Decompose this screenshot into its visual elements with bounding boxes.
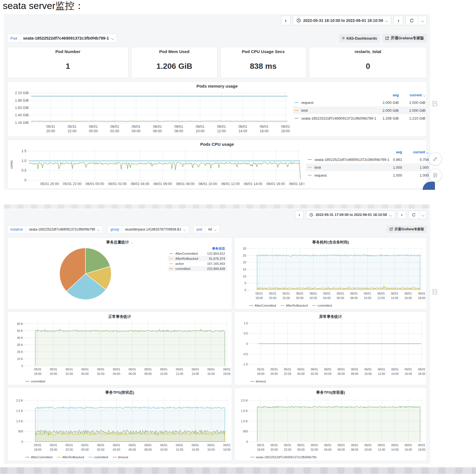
- memory-legend-table: avgcurrentrequest2.000 GiB2.000 GiBlimit…: [293, 92, 427, 122]
- svg-text:06/01: 06/01: [364, 368, 372, 371]
- svg-text:0: 0: [24, 178, 26, 182]
- legend-row[interactable]: seata-18522522df7c469091372c3fb0f4b799-1…: [306, 156, 430, 163]
- watermark-letter: B: [432, 99, 438, 108]
- svg-text:18:00: 18:00: [34, 372, 41, 375]
- svg-text:06/01: 06/01: [405, 368, 412, 371]
- legend-row[interactable]: seata-18522522df7c469091372c3fb0f4b799-1…: [293, 114, 427, 122]
- svg-text:08:00: 08:00: [174, 129, 183, 133]
- legend-row[interactable]: request2.000 GiB2.000 GiB: [293, 99, 427, 106]
- chevron-down-icon: [131, 241, 133, 243]
- legend-row[interactable]: committed222,899,828: [168, 266, 227, 271]
- legend-item[interactable]: AfterCommitted: [249, 304, 276, 307]
- document-float-button[interactable]: [429, 169, 442, 182]
- legend-row[interactable]: AfterCommitted122,859,812: [168, 251, 227, 256]
- legend-item[interactable]: AfterRollbacked: [57, 455, 84, 459]
- time-range-button[interactable]: 2022-05-31 18:10:00 to 2022-06-01 18:10:…: [293, 16, 391, 25]
- time-back-button[interactable]: ‹: [281, 16, 291, 25]
- panel-title[interactable]: 事务总量统计: [8, 238, 232, 245]
- legend-item[interactable]: seata-18522522df7c469091372c3fb0f4b799: [250, 455, 316, 459]
- svg-text:10: 10: [243, 275, 246, 278]
- refresh-button[interactable]: [409, 211, 419, 219]
- refresh-icon: [409, 18, 414, 23]
- refresh-interval-dropdown[interactable]: [418, 16, 427, 25]
- svg-text:02:00: 02:00: [97, 372, 104, 375]
- panel-title[interactable]: 事务TPS(按状态): [8, 388, 232, 395]
- panel-title[interactable]: 正常事务统计: [8, 312, 232, 319]
- abnormal-transactions-chart: 1.00.50-0.5-1.005/3118:0005/3120:0005/31…: [236, 319, 426, 378]
- svg-text:06/01: 06/01: [297, 368, 305, 371]
- svg-text:20:00: 20:00: [46, 129, 55, 133]
- legend-row[interactable]: request1.0001.000: [306, 171, 430, 179]
- tps-by-container-chart: 2.0 K1.5 K1.0 K500005/3118:0005/3120:000…: [236, 395, 426, 454]
- panel-title[interactable]: 异常事务统计: [235, 312, 427, 319]
- stat-title: Pod CPU Usage Secs: [221, 47, 306, 54]
- variable-select[interactable]: seata-18522522df7c469091372c3fb0f4b799: [26, 225, 103, 233]
- panel-title[interactable]: 事务TPS(按容器): [235, 388, 427, 395]
- svg-text:-1.0: -1.0: [243, 363, 248, 366]
- svg-text:10:00: 10:00: [364, 448, 372, 451]
- svg-text:10:00: 10:00: [364, 372, 372, 375]
- time-range-label: 2022-05-31 18:10:00 to 2022-06-01 18:10:…: [303, 18, 383, 23]
- legend-row[interactable]: limit1.0001.000: [306, 163, 430, 171]
- svg-text:06/01: 06/01: [418, 443, 425, 447]
- panel-title[interactable]: Pods memory usage: [8, 82, 427, 88]
- svg-text:1.40 GiB: 1.40 GiB: [15, 113, 29, 117]
- legend-sort-avg[interactable]: avg: [375, 150, 402, 154]
- cpu-legend-table: avgcurrentseata-18522522df7c469091372c3f…: [306, 149, 430, 179]
- svg-text:05/31: 05/31: [50, 443, 57, 447]
- variable-select[interactable]: wuxinbinyace.1419633767709936.BJ: [122, 225, 189, 233]
- svg-text:30 K: 30 K: [17, 343, 23, 347]
- legend-row[interactable]: limit2.000 GiB2.000 GiB: [293, 106, 427, 114]
- svg-text:16:00: 16:00: [207, 372, 215, 375]
- legend-item[interactable]: timeout: [250, 380, 266, 383]
- legend-item[interactable]: committed: [312, 304, 332, 307]
- legend-header[interactable]: 事务状态: [199, 247, 225, 251]
- pod-variable-select[interactable]: seata-18522522df7c469091372c3fb0f4b799-1: [20, 34, 117, 43]
- svg-text:06/01: 06/01: [97, 368, 104, 371]
- legend-sort-current[interactable]: current: [399, 93, 425, 97]
- variable-select[interactable]: All: [205, 225, 219, 233]
- time-toolbar: ‹ 2022-05-31 18:10:00 to 2022-06-01 18:1…: [281, 16, 427, 25]
- svg-text:12:00: 12:00: [378, 372, 385, 375]
- svg-text:06/01 06:00: 06/01 06:00: [153, 182, 172, 186]
- stat-panel: Pod CPU Usage Secs838 ms: [220, 47, 306, 78]
- refresh-interval-dropdown[interactable]: [419, 211, 427, 219]
- svg-text:05/31: 05/31: [257, 443, 264, 447]
- legend-item[interactable]: timeout: [113, 455, 128, 459]
- cpu-chart: 1.51.00.5005/31 20:0005/31 22:0006/01 00…: [9, 147, 304, 188]
- svg-text:10 K: 10 K: [17, 357, 23, 361]
- chevron-down-icon: [385, 19, 388, 22]
- panel-title[interactable]: Pods CPU usage: [8, 140, 427, 147]
- legend-row[interactable]: active167,165,903: [168, 261, 227, 266]
- svg-text:06/01: 06/01: [391, 368, 398, 371]
- legend-sort-avg[interactable]: avg: [372, 93, 399, 97]
- svg-text:06/01: 06/01: [351, 443, 358, 447]
- svg-text:05/31: 05/31: [284, 368, 291, 371]
- legend-item[interactable]: committed: [89, 455, 108, 459]
- legend-row[interactable]: AfterRollbacked91,876,374: [168, 256, 227, 261]
- time-forward-button[interactable]: ›: [398, 211, 406, 219]
- grafana-upgrade-link[interactable]: 开通Grafana专家版: [387, 225, 427, 233]
- legend-item[interactable]: committed: [26, 380, 45, 383]
- time-back-button[interactable]: ‹: [295, 211, 303, 219]
- svg-text:1.0: 1.0: [244, 322, 248, 325]
- grafana-upgrade-link[interactable]: 开通Grafana专家版: [382, 34, 427, 42]
- annotate-float-button[interactable]: [429, 152, 442, 165]
- legend-item[interactable]: AfterCommitted: [26, 455, 52, 459]
- series-color: [308, 175, 312, 176]
- svg-text:06/01: 06/01: [89, 125, 98, 129]
- bottom-blurred-strip: [0, 467, 476, 474]
- svg-text:06/01: 06/01: [160, 368, 167, 371]
- refresh-button[interactable]: [406, 16, 418, 25]
- legend-item[interactable]: AfterRollbacked: [280, 304, 308, 307]
- panel-title[interactable]: 事务耗时(含业务时间): [235, 238, 427, 245]
- time-range-button[interactable]: 2022-05-31 17:00:00 to 2022-06-01 18:10:…: [306, 211, 395, 219]
- seata-transaction-dashboard: ‹ 2022-05-31 17:00:00 to 2022-06-01 18:1…: [4, 209, 430, 464]
- time-forward-button[interactable]: ›: [394, 16, 403, 25]
- latency-chart: 30252015105005/3118:0005/3120:0005/3122:…: [236, 245, 426, 302]
- k8s-dashboards-button[interactable]: ≡K8S-Dashboards: [339, 34, 380, 42]
- svg-text:14:00: 14:00: [192, 448, 199, 451]
- legend-sort-current[interactable]: current: [402, 150, 429, 154]
- svg-text:06:00: 06:00: [129, 448, 136, 451]
- svg-text:18:00: 18:00: [418, 448, 425, 451]
